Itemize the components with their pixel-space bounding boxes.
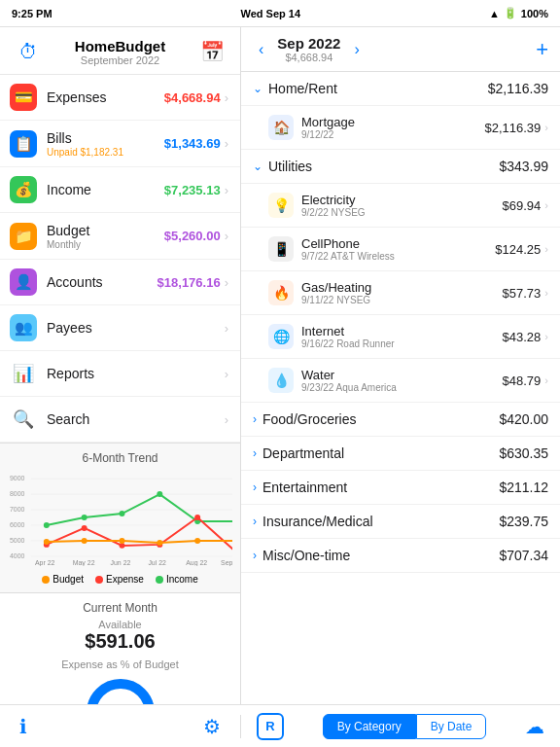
list-item[interactable]: 🔥 Gas/Heating 9/11/22 NYSEG $57.73 › bbox=[241, 271, 560, 315]
svg-text:Jun 22: Jun 22 bbox=[111, 559, 131, 566]
svg-point-13 bbox=[82, 515, 88, 520]
app-header-center: HomeBudget September 2022 bbox=[75, 38, 165, 66]
cellphone-name: CellPhone bbox=[301, 236, 495, 251]
main-layout: ⏱ HomeBudget September 2022 📅 💳 Expenses… bbox=[0, 27, 560, 704]
clock-icon[interactable]: ⏱ bbox=[14, 37, 43, 66]
cellphone-icon: 📱 bbox=[268, 236, 294, 262]
mortgage-amount: $2,116.39 bbox=[484, 121, 541, 135]
app-header: ⏱ HomeBudget September 2022 📅 bbox=[0, 27, 240, 75]
nav-item-expenses[interactable]: 💳 Expenses $4,668.94 › bbox=[0, 75, 240, 121]
nav-item-search[interactable]: 🔍 Search › bbox=[0, 397, 240, 443]
expense-legend-label: Expense bbox=[106, 574, 144, 585]
svg-point-19 bbox=[82, 525, 88, 531]
chart-area: 9000 8000 7000 6000 5000 4000 bbox=[0, 469, 240, 570]
electricity-icon: 💡 bbox=[268, 193, 294, 218]
water-name: Water bbox=[301, 368, 503, 382]
group-header-entertainment[interactable]: › Entertainment $211.12 bbox=[241, 471, 560, 505]
group-header-departmental[interactable]: › Departmental $630.35 bbox=[241, 437, 560, 471]
add-expense-button[interactable]: + bbox=[536, 37, 548, 62]
settings-button[interactable]: ⚙ bbox=[203, 715, 221, 738]
entertainment-amount: $211.12 bbox=[499, 480, 548, 495]
by-category-button[interactable]: By Category bbox=[323, 714, 416, 739]
mortgage-icon: 🏠 bbox=[268, 115, 294, 140]
wifi-icon: ▲ bbox=[489, 8, 500, 19]
internet-amount: $43.28 bbox=[503, 330, 542, 344]
budget-label: Budget bbox=[47, 223, 89, 238]
svg-point-24 bbox=[44, 539, 50, 545]
internet-date: 9/16/22 Road Runner bbox=[301, 338, 503, 349]
nav-item-budget[interactable]: 📁 Budget Monthly $5,260.00 › bbox=[0, 213, 240, 260]
home-rent-name: Home/Rent bbox=[268, 81, 337, 96]
donut-container: 88% bbox=[12, 674, 228, 704]
budget-legend-label: Budget bbox=[52, 574, 84, 585]
nav-item-payees[interactable]: 👥 Payees › bbox=[0, 305, 240, 351]
food-amount: $420.00 bbox=[499, 411, 548, 427]
next-month-button[interactable]: › bbox=[348, 39, 365, 60]
info-button[interactable]: ℹ bbox=[19, 715, 27, 738]
group-header-insurance[interactable]: › Insurance/Medical $239.75 bbox=[241, 505, 560, 539]
bills-chevron: › bbox=[225, 136, 228, 151]
nav-item-accounts[interactable]: 👤 Accounts $18,176.16 › bbox=[0, 260, 240, 305]
current-month-title: Current Month bbox=[12, 601, 228, 615]
trend-chart: 9000 8000 7000 6000 5000 4000 bbox=[8, 469, 232, 566]
misc-chevron: › bbox=[253, 549, 257, 562]
group-header-food[interactable]: › Food/Groceries $420.00 bbox=[241, 403, 560, 437]
utilities-name: Utilities bbox=[268, 159, 312, 174]
electricity-name: Electricity bbox=[301, 193, 503, 207]
departmental-name: Departmental bbox=[262, 445, 344, 461]
r-badge[interactable]: R bbox=[257, 713, 284, 740]
status-indicators: ▲ 🔋 100% bbox=[489, 7, 548, 19]
insurance-amount: $239.75 bbox=[499, 514, 548, 529]
bills-label: Bills bbox=[47, 130, 72, 146]
svg-point-22 bbox=[194, 515, 200, 520]
available-value: $591.06 bbox=[12, 630, 228, 653]
water-icon: 💧 bbox=[268, 368, 294, 393]
group-header-misc[interactable]: › Misc/One-time $707.34 bbox=[241, 539, 560, 573]
income-label: Income bbox=[47, 182, 91, 197]
nav-list: 💳 Expenses $4,668.94 › 📋 Bills Unpaid $1… bbox=[0, 75, 240, 443]
misc-amount: $707.34 bbox=[499, 548, 548, 563]
entertainment-chevron: › bbox=[253, 480, 257, 494]
cloud-sync-button[interactable]: ☁ bbox=[525, 715, 544, 738]
accounts-chevron: › bbox=[225, 275, 228, 290]
expenses-label: Expenses bbox=[47, 89, 106, 105]
status-day: Wed Sep 14 bbox=[241, 8, 301, 19]
gas-amount: $57.73 bbox=[503, 286, 542, 301]
toolbar-right: R By Category By Date ☁ bbox=[241, 713, 560, 740]
current-month-section: Current Month Available $591.06 Expense … bbox=[0, 592, 240, 704]
status-bar: 9:25 PM Wed Sep 14 ▲ 🔋 100% bbox=[0, 0, 560, 27]
by-date-button[interactable]: By Date bbox=[416, 714, 487, 739]
battery-pct: 100% bbox=[521, 8, 548, 19]
svg-point-25 bbox=[82, 538, 88, 544]
group-header-utilities[interactable]: ⌄ Utilities $343.99 bbox=[241, 150, 560, 184]
electricity-chevron: › bbox=[544, 199, 548, 211]
nav-item-income[interactable]: 💰 Income $7,235.13 › bbox=[0, 167, 240, 213]
mortgage-chevron: › bbox=[544, 122, 548, 133]
water-amount: $48.79 bbox=[503, 374, 542, 388]
water-date: 9/23/22 Aqua America bbox=[301, 382, 503, 393]
svg-text:8000: 8000 bbox=[10, 490, 25, 497]
app-subtitle: September 2022 bbox=[75, 54, 165, 66]
list-item[interactable]: 💡 Electricity 9/2/22 NYSEG $69.94 › bbox=[241, 184, 560, 228]
payees-icon: 👥 bbox=[10, 314, 37, 341]
payees-label: Payees bbox=[47, 320, 92, 336]
chart-legend: Budget Expense Income bbox=[0, 570, 240, 588]
nav-item-bills[interactable]: 📋 Bills Unpaid $1,182.31 $1,343.69 › bbox=[0, 121, 240, 167]
accounts-label: Accounts bbox=[47, 274, 103, 290]
group-header-home-rent[interactable]: ⌄ Home/Rent $2,116.39 bbox=[241, 72, 560, 106]
list-item[interactable]: 📱 CellPhone 9/7/22 AT&T Wireless $124.25… bbox=[241, 228, 560, 271]
nav-item-reports[interactable]: 📊 Reports › bbox=[0, 351, 240, 397]
electricity-amount: $69.94 bbox=[503, 198, 542, 213]
list-item[interactable]: 🏠 Mortgage 9/12/22 $2,116.39 › bbox=[241, 106, 560, 150]
prev-month-button[interactable]: ‹ bbox=[253, 39, 269, 60]
income-chevron: › bbox=[225, 183, 228, 197]
list-item[interactable]: 💧 Water 9/23/22 Aqua America $48.79 › bbox=[241, 359, 560, 403]
calendar-icon[interactable]: 📅 bbox=[197, 37, 227, 66]
bills-icon: 📋 bbox=[10, 130, 37, 158]
month-title: Sep 2022 bbox=[277, 35, 340, 52]
svg-text:5000: 5000 bbox=[10, 537, 25, 544]
status-time: 9:25 PM bbox=[12, 8, 52, 19]
donut-svg bbox=[82, 674, 159, 704]
list-item[interactable]: 🌐 Internet 9/16/22 Road Runner $43.28 › bbox=[241, 315, 560, 359]
left-panel: ⏱ HomeBudget September 2022 📅 💳 Expenses… bbox=[0, 27, 241, 704]
